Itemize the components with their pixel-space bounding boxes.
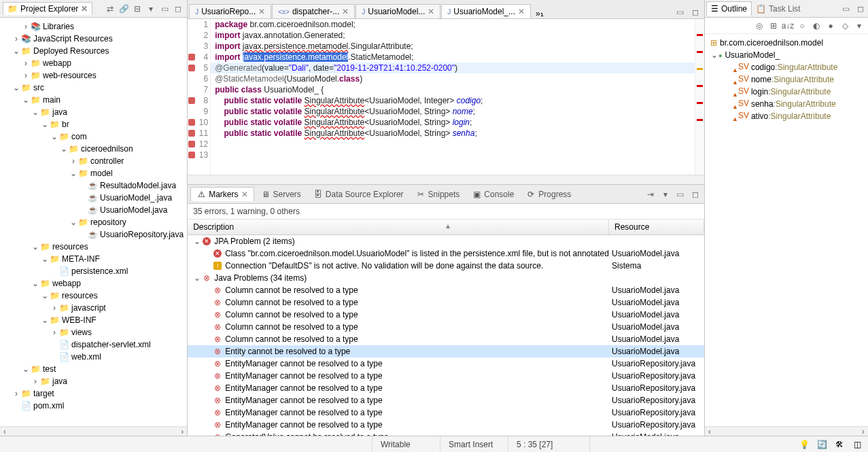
line-number[interactable]: 2: [197, 30, 208, 41]
line-number[interactable]: 10: [197, 117, 208, 128]
gutter-marker[interactable]: [188, 30, 197, 41]
gutter-marker[interactable]: [188, 150, 197, 160]
gutter-marker[interactable]: [188, 52, 197, 63]
maximize-icon[interactable]: ◻: [854, 3, 867, 15]
tab-snippets[interactable]: ✂Snippets: [411, 188, 466, 201]
status-cursor-pos[interactable]: 5 : 35 [27]: [508, 436, 590, 452]
line-number[interactable]: 12: [197, 139, 208, 150]
editor-tab[interactable]: JUsuarioRepo...✕: [189, 4, 271, 18]
hide-fields-icon[interactable]: ○: [796, 20, 808, 32]
tree-item[interactable]: 📄web.xml: [3, 351, 187, 363]
chevron-down-icon[interactable]: ⌄: [22, 95, 30, 105]
collapse-all-icon[interactable]: ⇄: [104, 3, 116, 15]
gutter-marker[interactable]: [188, 73, 197, 84]
view-menu-icon[interactable]: ▾: [145, 3, 157, 15]
outline-class[interactable]: ⌄UsuarioModel_: [708, 49, 865, 61]
gutter-marker[interactable]: [188, 95, 197, 106]
tree-item[interactable]: ⌄📁src: [3, 82, 187, 94]
tree-item[interactable]: ⌄📁repository: [3, 216, 187, 228]
outline-field[interactable]: ▲SVnome : SingularAttribute: [708, 73, 865, 86]
editor-tab[interactable]: JUsuarioModel...✕: [355, 4, 440, 18]
tree-item[interactable]: ⌄📁br: [3, 118, 187, 131]
markers-col-resource[interactable]: Resource: [609, 220, 704, 234]
tree-item[interactable]: ⌄📁model: [3, 167, 187, 179]
gutter-marker[interactable]: [188, 128, 197, 139]
marker-item[interactable]: ⊗GeneratedValue cannot be resolved to a …: [188, 431, 704, 436]
close-icon[interactable]: ✕: [81, 4, 88, 14]
editor-tab[interactable]: JUsuarioModel_...✕: [441, 4, 531, 18]
chevron-down-icon[interactable]: ⌄: [710, 50, 718, 60]
close-icon[interactable]: ✕: [518, 7, 525, 16]
az-sort-icon[interactable]: a↓z: [782, 20, 794, 32]
chevron-down-icon[interactable]: ⌄: [60, 144, 68, 154]
chevron-down-icon[interactable]: ⌄: [69, 218, 77, 227]
tree-item[interactable]: ⌄📁webapp: [3, 277, 187, 290]
gutter-marker[interactable]: [188, 117, 197, 128]
marker-item[interactable]: ⊗Column cannot be resolved to a typeUsua…: [188, 284, 704, 296]
chevron-down-icon[interactable]: ⌄: [31, 242, 39, 251]
gutter-marker[interactable]: [188, 19, 197, 30]
tree-item[interactable]: ⌄📁resources: [3, 241, 187, 253]
chevron-down-icon[interactable]: ⌄: [41, 254, 49, 264]
line-number[interactable]: 6: [197, 73, 208, 84]
tab-servers[interactable]: 🖥Servers: [256, 188, 307, 201]
markers-header[interactable]: ▴ Description Resource: [188, 219, 704, 235]
tree-item[interactable]: ›📚Libraries: [3, 20, 187, 33]
tree-item[interactable]: ☕UsuarioRepository.java: [3, 228, 187, 241]
filter-icon[interactable]: ⇥: [644, 188, 657, 201]
overview-error-marker[interactable]: [697, 102, 703, 104]
tab-console[interactable]: ▣Console: [466, 188, 519, 201]
maximize-icon[interactable]: ◻: [689, 188, 701, 201]
markers-col-description[interactable]: Description: [188, 220, 609, 234]
marker-item[interactable]: ⊗EntityManager cannot be resolved to a t…: [188, 394, 704, 406]
tree-item[interactable]: ⌄📁WEB-INF: [3, 314, 187, 326]
chevron-down-icon[interactable]: ⌄: [50, 132, 58, 141]
marker-item[interactable]: ⊗Column cannot be resolved to a typeUsua…: [188, 309, 704, 321]
gutter-marker[interactable]: [188, 139, 197, 150]
line-number[interactable]: 3: [197, 41, 208, 52]
chevron-down-icon[interactable]: ⌄: [31, 107, 39, 117]
line-number[interactable]: 1: [197, 19, 208, 30]
outline-field[interactable]: ▲SVcodigo : SingularAttribute: [708, 61, 865, 73]
view-menu-icon[interactable]: ▾: [853, 20, 865, 32]
status-insert-mode[interactable]: Smart Insert: [440, 436, 508, 452]
maximize-icon[interactable]: ◻: [689, 6, 701, 18]
tree-item[interactable]: ›📁java: [3, 375, 187, 387]
tree-item[interactable]: ⌄📁main: [3, 94, 187, 106]
marker-item[interactable]: ✕Class "br.com.ciceroednilson.model.Usua…: [188, 247, 704, 260]
line-number[interactable]: 4: [197, 52, 208, 63]
chevron-down-icon[interactable]: ⌄: [12, 46, 20, 56]
code-area[interactable]: package br.com.ciceroednilson.model;impo…: [211, 19, 695, 175]
tree-item[interactable]: ›📚JavaScript Resources: [3, 33, 187, 45]
marker-group[interactable]: ⌄✕JPA Problem (2 items): [188, 235, 704, 247]
marker-item[interactable]: ⊗EntityManager cannot be resolved to a t…: [188, 358, 704, 370]
editor-tab[interactable]: <x>dispatcher-...✕: [272, 4, 355, 18]
outline-package[interactable]: br.com.ciceroednilson.model: [708, 37, 865, 49]
chevron-down-icon[interactable]: ⌄: [193, 273, 201, 283]
project-explorer-tree[interactable]: ›📚Libraries›📚JavaScript Resources⌄📁Deplo…: [0, 18, 187, 426]
maximize-icon[interactable]: ◻: [172, 3, 184, 15]
tab-progress[interactable]: ⟳Progress: [521, 188, 576, 201]
marker-item[interactable]: ⊗Column cannot be resolved to a typeUsua…: [188, 296, 704, 309]
sort-icon[interactable]: ⊞: [767, 20, 780, 32]
minimize-icon[interactable]: ▭: [674, 188, 687, 201]
overview-error-marker[interactable]: [697, 119, 703, 121]
overview-warn-marker[interactable]: [697, 68, 703, 70]
status-writable[interactable]: Writable: [372, 436, 440, 452]
tree-item[interactable]: ⌄📁META-INF: [3, 253, 187, 265]
tree-item[interactable]: ☕UsuarioModel.java: [3, 204, 187, 216]
code-line[interactable]: import javax.annotation.Generated;: [215, 30, 695, 41]
chevron-down-icon[interactable]: ⌄: [22, 364, 30, 374]
gutter-marker[interactable]: [188, 84, 197, 95]
close-icon[interactable]: ✕: [241, 190, 248, 199]
code-line[interactable]: import javax.persistence.metamodel.Singu…: [215, 41, 695, 52]
line-number[interactable]: 8: [197, 95, 208, 106]
code-line[interactable]: public class UsuarioModel_ {: [215, 84, 695, 95]
code-line[interactable]: public static volatile SingularAttribute…: [215, 117, 695, 128]
code-line[interactable]: @Generated(value="Dali", date="2019-11-2…: [215, 63, 695, 73]
chevron-down-icon[interactable]: ⌄: [31, 279, 39, 288]
close-icon[interactable]: ✕: [342, 7, 349, 16]
chevron-down-icon[interactable]: ⌄: [12, 83, 20, 92]
outline-tab[interactable]: ☰ Outline: [706, 1, 752, 16]
tree-item[interactable]: ⌄📁test: [3, 363, 187, 375]
